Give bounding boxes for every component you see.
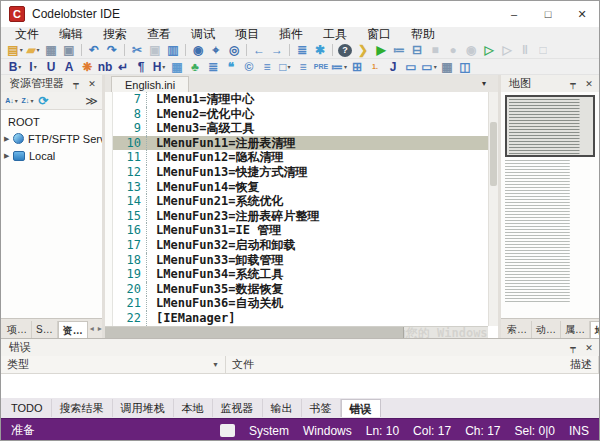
open-file-button[interactable]: ▰ (24, 43, 42, 58)
snippet-button[interactable]: ✱ (311, 43, 329, 58)
maximize-button[interactable]: □ (531, 1, 565, 27)
bottom-tab[interactable]: TODO (3, 399, 52, 417)
format-code-button[interactable]: ≣ (293, 43, 311, 58)
list-button[interactable]: ≔ (330, 59, 348, 74)
find-button[interactable]: ◉ (189, 43, 207, 58)
pre-button[interactable]: PRE (312, 59, 330, 74)
pause-button[interactable]: ‖ (516, 43, 534, 58)
color-picker-button[interactable]: ❋ (78, 59, 96, 74)
menu-item[interactable]: 编辑 (49, 27, 93, 42)
code-line[interactable]: 7 LMenu1=清理中心 (105, 92, 498, 107)
code-line[interactable]: 15 LMenuFun23=注册表碎片整理 (105, 209, 498, 224)
panel-tab[interactable]: 资… (58, 321, 88, 338)
code-line[interactable]: 12 LMenuFun13=快捷方式清理 (105, 165, 498, 180)
close-button[interactable]: ✕ (583, 343, 595, 353)
menu-item[interactable]: 调试 (181, 27, 225, 42)
bold-button[interactable]: B (6, 59, 24, 74)
div-button[interactable]: □ (276, 59, 294, 74)
column-header[interactable]: 文件 (226, 356, 564, 373)
code-line[interactable]: 16 LMenuFun31=IE 管理 (105, 223, 498, 238)
stop-button[interactable]: ■ (426, 43, 444, 58)
code-line[interactable]: 10 LMenuFun11=注册表清理 (105, 136, 498, 151)
save-all-button[interactable]: ▣ (60, 43, 78, 58)
navigate-back-button[interactable]: ← (250, 43, 268, 58)
profile-button[interactable]: ▷ (498, 43, 516, 58)
input-field-button[interactable]: ▭ (402, 59, 420, 74)
menu-item[interactable]: 项目 (225, 27, 269, 42)
panel-tab[interactable]: 索… (503, 321, 532, 338)
code-line[interactable]: 22 [IEManager] (105, 311, 498, 326)
editor-vertical-scrollbar[interactable] (488, 92, 498, 326)
breakpoint-button[interactable]: ● (444, 43, 462, 58)
menu-item[interactable]: 查看 (137, 27, 181, 42)
line-break-button[interactable]: ↵ (114, 59, 132, 74)
select-field-button[interactable]: ▭ (420, 59, 438, 74)
new-file-button[interactable]: ▤ (6, 43, 24, 58)
sort-asc-button[interactable]: A↓ (4, 93, 19, 108)
menu-item[interactable]: 窗口 (357, 27, 401, 42)
menu-item[interactable]: 工具 (313, 27, 357, 42)
italic-button[interactable]: I (24, 59, 42, 74)
table-button[interactable]: ⊞ (348, 59, 366, 74)
menu-item[interactable]: 文件 (5, 27, 49, 42)
run-button[interactable]: ▶ (372, 43, 390, 58)
bottom-tab[interactable]: 调用堆栈 (113, 399, 174, 417)
pin-button[interactable]: ┯ (567, 79, 579, 89)
find-in-files-button[interactable]: ◎ (225, 43, 243, 58)
copy-button[interactable]: ▣ (146, 43, 164, 58)
menu-item[interactable]: 插件 (269, 27, 313, 42)
bottom-tab[interactable]: 搜索结果 (52, 399, 113, 417)
code-line[interactable]: 13 LMenuFun14=恢复 (105, 180, 498, 195)
panel-layout-icon[interactable] (220, 424, 235, 437)
expander-icon[interactable]: ▶ (4, 152, 13, 160)
tab-list-button[interactable]: ▾ (482, 79, 486, 88)
tabs-scroll-right-button[interactable]: ▸ (96, 324, 104, 333)
pin-button[interactable]: ┯ (567, 343, 579, 353)
goto-line-button[interactable]: ⌖ (207, 43, 225, 58)
code-line[interactable]: 17 LMenuFun32=启动和卸载 (105, 238, 498, 253)
bottom-tab[interactable]: 错误 (341, 399, 381, 417)
panel-tab[interactable]: 动… (532, 321, 561, 338)
nbsp-button[interactable]: nb (96, 59, 114, 74)
hr-button[interactable]: ≣ (204, 59, 222, 74)
document-tab[interactable]: English.ini (111, 76, 189, 92)
code-editor[interactable]: 7 LMenu1=清理中心 8 LMenu2=优化中心 9 LMenu3=高级工… (105, 92, 498, 338)
paragraph-button[interactable]: ¶ (132, 59, 150, 74)
close-button[interactable]: ✕ (565, 1, 599, 27)
code-line[interactable]: 9 LMenu3=高级工具 (105, 121, 498, 136)
more-tools-button[interactable]: ≫ (84, 93, 99, 108)
bottom-tab[interactable]: 输出 (263, 399, 302, 417)
numbered-list-button[interactable]: 1. (366, 59, 384, 74)
comment-button[interactable]: ❝ (222, 59, 240, 74)
refresh-button[interactable]: ⟳ (36, 93, 51, 108)
image-button[interactable]: ▦ (168, 59, 186, 74)
copyright-button[interactable]: © (240, 59, 258, 74)
help-button[interactable]: ? (338, 44, 352, 57)
minimize-button[interactable]: – (497, 1, 531, 27)
bottom-tab[interactable]: 书签 (302, 399, 341, 417)
panel-tab[interactable]: 项… (3, 321, 32, 338)
font-button[interactable]: A (60, 59, 78, 74)
bottom-tab[interactable]: 监视器 (213, 399, 263, 417)
run-script-button[interactable]: ▷ (480, 43, 498, 58)
heading-button[interactable]: H (150, 59, 168, 74)
undo-button[interactable]: ↶ (85, 43, 103, 58)
code-line[interactable]: 14 LMenuFun21=系统优化 (105, 194, 498, 209)
code-minimap[interactable] (501, 92, 599, 318)
picture-button[interactable]: ▦ (438, 59, 456, 74)
column-header[interactable]: 类型 ▼ (1, 356, 226, 373)
close-button[interactable]: ✕ (86, 79, 98, 89)
code-line[interactable]: 19 LMenuFun34=系统工具 (105, 267, 498, 282)
panel-tab[interactable]: S… (32, 321, 58, 338)
tree-item[interactable]: ▶ Local (1, 147, 102, 164)
menu-item[interactable]: 搜索 (93, 27, 137, 42)
code-line[interactable]: 21 LMenuFun36=自动关机 (105, 296, 498, 311)
editor-horizontal-scrollbar[interactable] (105, 326, 488, 338)
panel-tab[interactable]: 属… (561, 321, 590, 338)
cut-button[interactable]: ✂ (128, 43, 146, 58)
expander-icon[interactable]: ▶ (4, 135, 13, 143)
redo-button[interactable]: ↷ (103, 43, 121, 58)
save-button[interactable]: ▦ (42, 43, 60, 58)
close-button[interactable]: ✕ (583, 79, 595, 89)
stop-script-button[interactable]: □ (534, 43, 552, 58)
